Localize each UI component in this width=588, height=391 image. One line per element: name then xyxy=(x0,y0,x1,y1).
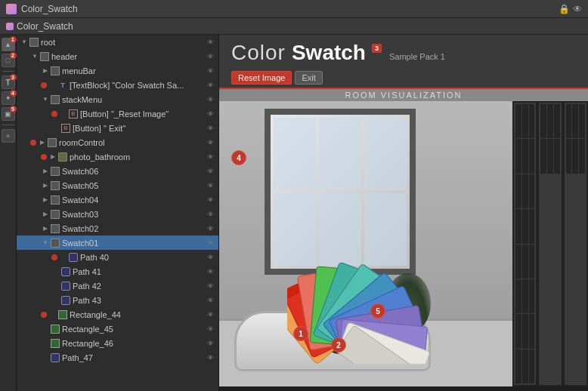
tree-eye-swatch06[interactable]: 👁 xyxy=(205,166,215,177)
tree-eye-root[interactable]: 👁 xyxy=(205,37,215,48)
tree-eye-menuBar[interactable]: 👁 xyxy=(205,66,215,76)
tool-select[interactable]: □ 2 xyxy=(2,54,15,67)
tool-badge-1: 1 xyxy=(10,36,17,43)
second-bar: Color_Swatch xyxy=(0,18,588,35)
tree-item-path43[interactable]: Path 43👁 xyxy=(17,293,218,307)
tree-item-rect46[interactable]: Rectangle_46👁 xyxy=(17,336,218,350)
tree-arrow-swatch06[interactable] xyxy=(41,167,50,176)
tree-eye-path40[interactable]: 👁 xyxy=(205,252,215,263)
toolbar-separator-1 xyxy=(2,71,14,72)
tree-item-photoBathroom[interactable]: photo_bathroom👁 xyxy=(17,149,218,164)
tree-item-resetBtn[interactable]: B[Button] "_Reset Image"👁 xyxy=(17,106,218,121)
tree-label-path42: Path 42 xyxy=(73,282,205,291)
tree-item-rect45[interactable]: Rectangle_45👁 xyxy=(17,322,218,336)
tree-arrow-swatch01[interactable] xyxy=(41,239,50,248)
tree-arrow-roomControl[interactable] xyxy=(38,138,47,147)
tree-arrow-swatch05[interactable] xyxy=(41,181,50,190)
tree-item-exitBtn[interactable]: B[Button] " Exit"👁 xyxy=(17,121,218,135)
lock-icon[interactable]: 🔒 xyxy=(559,4,570,14)
tool-screen[interactable]: ▣ 5 xyxy=(2,107,15,121)
tree-label-path40: Path 40 xyxy=(80,253,205,262)
tree-label-textblock: [TextBlock] "Color Swatch Sa... xyxy=(70,81,205,90)
tree-panel: root👁header👁menuBar👁T[TextBlock] "Color … xyxy=(17,35,219,391)
tree-item-rect44[interactable]: Rectangle_44👁 xyxy=(17,307,218,322)
tree-arrow-swatch03[interactable] xyxy=(41,210,50,219)
reset-image-button[interactable]: Reset Image xyxy=(231,71,292,85)
tree-item-swatch03[interactable]: Swatch03👁 xyxy=(17,207,218,221)
tree-label-rect46: Rectangle_46 xyxy=(62,339,205,348)
div-cell xyxy=(547,139,553,173)
visibility-icon[interactable]: 👁 xyxy=(573,4,582,14)
second-bar-icon xyxy=(6,23,14,30)
tree-node-icon-menuBar xyxy=(50,66,60,76)
tool-text[interactable]: T 3 xyxy=(2,75,15,89)
tree-eye-swatch01[interactable]: 👁 xyxy=(205,238,215,248)
exit-button[interactable]: Exit xyxy=(295,71,322,85)
tree-arrow-swatch02[interactable] xyxy=(41,224,50,233)
tree-item-path42[interactable]: Path 42👁 xyxy=(17,279,218,293)
tree-label-resetBtn: [Button] "_Reset Image" xyxy=(80,109,205,119)
app-title-color: Color xyxy=(231,41,286,65)
div-cell xyxy=(515,104,521,138)
tree-item-root[interactable]: root👁 xyxy=(17,35,218,49)
tree-node-icon-swatch04 xyxy=(50,195,60,205)
tree-eye-exitBtn[interactable]: 👁 xyxy=(205,123,215,134)
tree-label-swatch03: Swatch03 xyxy=(62,210,205,219)
tool-pen[interactable]: ✦ 4 xyxy=(2,91,15,105)
tree-eye-swatch05[interactable]: 👁 xyxy=(205,180,215,191)
preview-panel: Color Swatch 3 Sample Pack 1 Reset Image… xyxy=(219,35,588,391)
tree-eye-rect44[interactable]: 👁 xyxy=(205,309,215,320)
tree-eye-path43[interactable]: 👁 xyxy=(205,295,215,306)
tree-arrow-header[interactable] xyxy=(30,52,39,61)
tree-item-stackMenu[interactable]: stackMenu👁 xyxy=(17,92,218,106)
tree-eye-resetBtn[interactable]: 👁 xyxy=(205,109,215,119)
tree-eye-rect46[interactable]: 👁 xyxy=(205,338,215,349)
tree-eye-path42[interactable]: 👁 xyxy=(205,281,215,291)
tree-eye-stackMenu[interactable]: 👁 xyxy=(205,94,215,105)
div-cell xyxy=(566,104,572,138)
tree-item-swatch02[interactable]: Swatch02👁 xyxy=(17,221,218,236)
tree-item-swatch01[interactable]: Swatch01👁 xyxy=(17,236,218,250)
tree-arrow-menuBar[interactable] xyxy=(41,66,50,75)
tree-eye-path47[interactable]: 👁 xyxy=(205,353,215,363)
toolbar-separator-2 xyxy=(2,125,14,125)
tree-item-path47[interactable]: Path_47👁 xyxy=(17,350,218,365)
window-cell-1 xyxy=(274,118,316,190)
tree-eye-path41[interactable]: 👁 xyxy=(205,266,215,277)
tree-item-textblock[interactable]: T[TextBlock] "Color Swatch Sa...👁 xyxy=(17,78,218,92)
tree-arrow-stackMenu[interactable] xyxy=(41,95,50,104)
tree-item-roomControl[interactable]: roomControl👁 xyxy=(17,135,218,149)
tree-eye-textblock[interactable]: 👁 xyxy=(205,80,215,91)
tree-arrow-photoBathroom[interactable] xyxy=(48,152,57,162)
tree-node-icon-path47 xyxy=(50,353,60,363)
div-cell xyxy=(554,139,560,173)
app-title-row: Color Swatch 3 Sample Pack 1 xyxy=(231,41,576,65)
tool-more[interactable]: » xyxy=(2,129,15,143)
tree-eye-swatch04[interactable]: 👁 xyxy=(205,195,215,205)
tree-item-path41[interactable]: Path 41👁 xyxy=(17,264,218,279)
tree-eye-rect45[interactable]: 👁 xyxy=(205,324,215,334)
tree-eye-header[interactable]: 👁 xyxy=(205,51,215,62)
tree-item-header[interactable]: header👁 xyxy=(17,49,218,63)
tool-arrow[interactable]: ▲ 1 xyxy=(2,38,15,51)
tree-label-swatch01: Swatch01 xyxy=(62,239,205,248)
div-cell xyxy=(572,104,578,138)
tree-eye-swatch03[interactable]: 👁 xyxy=(205,209,215,220)
sample-pack-label: Sample Pack 1 xyxy=(389,52,445,61)
tree-arrow-root[interactable] xyxy=(20,38,29,47)
tree-item-swatch04[interactable]: Swatch04👁 xyxy=(17,192,218,207)
tree-item-menuBar[interactable]: menuBar👁 xyxy=(17,63,218,78)
tree-eye-swatch02[interactable]: 👁 xyxy=(205,223,215,234)
tree-arrow-swatch04[interactable] xyxy=(41,196,50,205)
select-icon: □ xyxy=(6,57,10,64)
tree-eye-roomControl[interactable]: 👁 xyxy=(205,137,215,148)
tree-eye-photoBathroom[interactable]: 👁 xyxy=(205,152,215,162)
badge-1: 1 xyxy=(293,326,308,341)
badge-2: 2 xyxy=(331,337,346,353)
tree-item-path40[interactable]: Path 40👁 xyxy=(17,250,218,264)
tree-item-swatch06[interactable]: Swatch06👁 xyxy=(17,164,218,178)
tree-node-icon-path41 xyxy=(60,266,71,277)
tree-label-header: header xyxy=(51,52,205,61)
tree-item-swatch05[interactable]: Swatch05👁 xyxy=(17,178,218,192)
div-cell xyxy=(529,104,535,138)
